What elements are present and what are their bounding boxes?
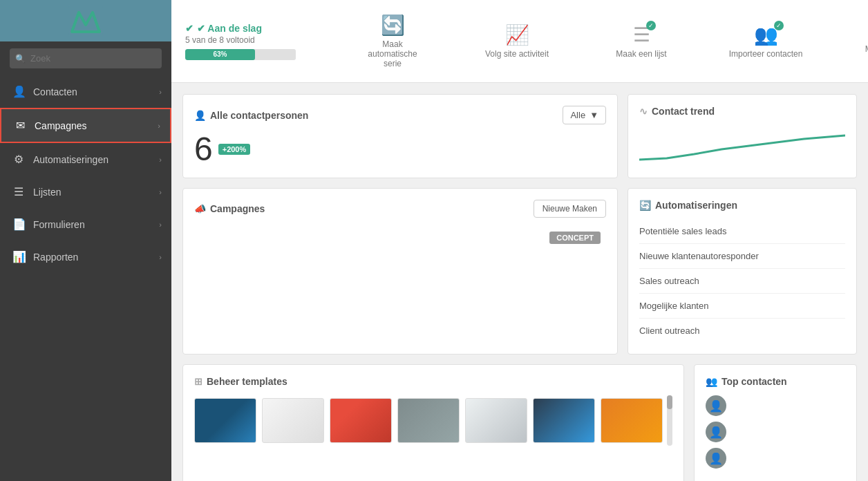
auto-list: Potentiële sales leads Nieuwe klantenaut…	[639, 219, 845, 343]
sidebar-item-label: Automatiseringen	[33, 154, 108, 165]
sidebar-item-campagnes[interactable]: ✉ Campagnes ›	[0, 108, 171, 143]
sidebar-nav: 👤 Contacten › ✉ Campagnes › ⚙ Automatise…	[0, 75, 171, 481]
import-icon-wrapper: 👥 ✓	[754, 23, 778, 49]
topbar-lijst[interactable]: ☰ ✓ Maak een lijst	[600, 23, 683, 59]
topbar-auto-serie[interactable]: 🔄 Maak automatische serie	[351, 14, 434, 68]
sidebar-item-label: Rapporten	[33, 252, 78, 263]
automatiseringen-icon: ⚙	[12, 153, 25, 166]
auto-list-item[interactable]: Potentiële sales leads	[639, 219, 845, 244]
trend-card-header: ∿ Contact trend	[639, 106, 845, 117]
new-campaign-button[interactable]: Nieuwe Maken	[534, 200, 606, 218]
chevron-right-icon: ›	[159, 220, 162, 229]
sidebar-item-label: Lijsten	[33, 187, 61, 198]
campaigns-card: 📣 Campagnes Nieuwe Maken CONCEPT	[182, 188, 618, 355]
sidebar: 🔍 👤 Contacten › ✉ Campagnes › ⚙ Automati…	[0, 0, 171, 481]
chevron-down-icon: ▼	[589, 110, 598, 120]
auto-card-header: 🔄 Automatiseringen	[639, 200, 845, 211]
template-thumb[interactable]	[465, 398, 527, 443]
top-contacts-header: 👥 Top contacten	[706, 376, 845, 387]
rapporten-icon: 📊	[12, 250, 25, 263]
refresh-icon: 🔄	[381, 14, 405, 37]
contacts-count: 6	[194, 133, 213, 166]
sidebar-item-automatiseringen[interactable]: ⚙ Automatiseringen ›	[0, 143, 171, 176]
chevron-right-icon: ›	[159, 155, 162, 164]
template-thumb[interactable]	[262, 398, 324, 443]
avatar[interactable]: 👤	[706, 395, 726, 416]
template-thumb[interactable]	[194, 398, 256, 443]
main-content: ✔ ✔ Aan de slag 5 van de 8 voltooid 63% …	[171, 0, 868, 481]
template-thumb[interactable]	[533, 398, 595, 443]
row-templates-top: ⊞ Beheer templates	[182, 364, 857, 481]
sidebar-item-lijsten[interactable]: ☰ Lijsten ›	[0, 176, 171, 208]
trend-icon-small: ∿	[639, 106, 648, 117]
person-icon: 👤	[194, 110, 206, 121]
auto-serie-label: Maak automatische serie	[358, 39, 427, 68]
sidebar-item-formulieren[interactable]: 📄 Formulieren ›	[0, 208, 171, 240]
formulieren-icon: 📄	[12, 218, 25, 231]
lijsten-icon: ☰	[12, 185, 25, 198]
megaphone-icon-small: 📣	[194, 203, 206, 214]
templates-card: ⊞ Beheer templates	[182, 364, 684, 481]
auto-list-item[interactable]: Sales outreach	[639, 269, 845, 294]
row-campaigns-auto: 📣 Campagnes Nieuwe Maken CONCEPT 🔄 Autom…	[182, 188, 857, 355]
trend-card-title: ∿ Contact trend	[639, 106, 715, 117]
progress-subtitle: 5 van de 8 voltooid	[185, 35, 255, 45]
templates-card-header: ⊞ Beheer templates	[194, 376, 672, 387]
progress-label: 63%	[213, 50, 227, 58]
avatar[interactable]: 👤	[706, 448, 726, 469]
contacts-card-header: 👤 Alle contactpersonen Alle ▼	[194, 106, 606, 124]
checkmark-icon: ✔	[185, 23, 194, 34]
trend-icon: 📈	[505, 23, 529, 46]
search-area: 🔍	[0, 41, 171, 75]
topbar-importeer[interactable]: 👥 ✓ Importeer contacten	[724, 23, 807, 59]
sidebar-item-contacten[interactable]: 👤 Contacten ›	[0, 75, 171, 108]
auto-list-item[interactable]: Nieuwe klantenautoresponder	[639, 244, 845, 269]
scroll-indicator	[667, 395, 672, 446]
progress-bar-container: 63%	[185, 49, 296, 60]
auto-list-item[interactable]: Client outreach	[639, 319, 845, 343]
auto-card: 🔄 Automatiseringen Potentiële sales lead…	[628, 188, 857, 355]
check-badge: ✓	[646, 21, 656, 30]
template-thumb[interactable]	[330, 398, 392, 443]
onboarding-title: ✔ ✔ Aan de slag	[185, 23, 262, 34]
trend-card: ∿ Contact trend	[628, 94, 857, 178]
sidebar-item-label: Contacten	[33, 86, 77, 97]
templates-scroll[interactable]	[194, 398, 663, 446]
avatar[interactable]: 👤	[706, 422, 726, 442]
row-contacts-trend: 👤 Alle contactpersonen Alle ▼ 6 +200%	[182, 94, 857, 178]
campagnes-icon: ✉	[14, 119, 26, 132]
contacts-dropdown[interactable]: Alle ▼	[563, 106, 606, 124]
dropdown-label: Alle	[570, 110, 585, 120]
search-input[interactable]	[10, 48, 162, 68]
template-thumb[interactable]	[601, 398, 663, 443]
templates-area	[194, 395, 672, 446]
template-thumb[interactable]	[397, 398, 460, 443]
campagne-label: Maak Nieuwe Campagne	[856, 44, 868, 64]
onboarding-section: ✔ ✔ Aan de slag 5 van de 8 voltooid 63%	[185, 23, 310, 60]
scroll-thumb	[667, 395, 672, 409]
sidebar-item-label: Campagnes	[35, 120, 87, 131]
trend-chart	[639, 125, 845, 167]
chevron-right-icon: ›	[159, 253, 162, 261]
people-icon: 👥	[706, 376, 717, 387]
chevron-right-icon: ›	[158, 122, 160, 130]
auto-icon: 🔄	[639, 200, 651, 211]
sidebar-item-rapporten[interactable]: 📊 Rapporten ›	[0, 240, 171, 273]
chevron-right-icon: ›	[159, 188, 162, 196]
top-contacts-list: 👤 👤 👤	[706, 395, 845, 469]
importeer-label: Importeer contacten	[729, 49, 803, 59]
topbar-campagne[interactable]: 📣 Maak Nieuwe Campagne	[849, 19, 868, 64]
chevron-right-icon: ›	[159, 88, 162, 96]
status-label: ✔ Aan de slag	[197, 23, 262, 34]
check-badge2: ✓	[774, 21, 784, 30]
site-activiteit-label: Volg site activiteit	[485, 49, 549, 59]
contacten-icon: 👤	[12, 85, 25, 98]
campaigns-card-title: 📣 Campagnes	[194, 203, 265, 214]
contacts-badge: +200%	[218, 144, 251, 155]
auto-list-item[interactable]: Mogelijke klanten	[639, 294, 845, 319]
concept-badge: CONCEPT	[549, 232, 601, 244]
topbar-site-activiteit[interactable]: 📈 Volg site activiteit	[475, 23, 558, 59]
top-contacts-card: 👥 Top contacten 👤 👤 👤	[694, 364, 857, 481]
grid-icon: ⊞	[194, 376, 202, 387]
progress-bar-fill: 63%	[185, 49, 255, 60]
